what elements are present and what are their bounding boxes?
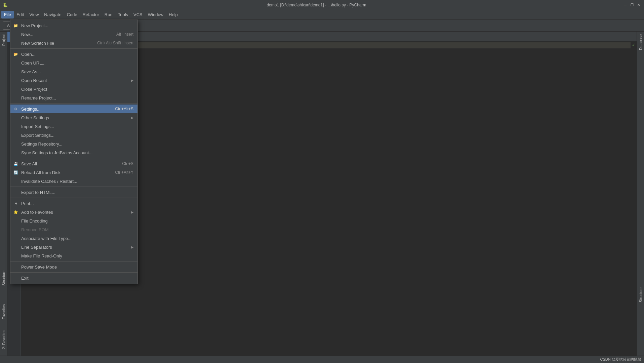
file-type-icon [13, 236, 18, 241]
print-icon: 🖨 [13, 201, 18, 206]
close-button[interactable]: ✕ [636, 2, 641, 8]
menu-entry-settings[interactable]: ⚙ Settings... Ctrl+Alt+S [10, 105, 137, 113]
menu-entry-new[interactable]: New... Alt+Insert [10, 30, 137, 39]
exit-icon [13, 275, 18, 281]
menu-entry-export-settings[interactable]: Export Settings... [10, 131, 137, 139]
menu-bar: File Edit View Navigate Code Refactor Ru… [0, 10, 644, 19]
open-icon: 📂 [13, 51, 18, 57]
separator-7 [10, 272, 137, 273]
other-settings-arrow: ▶ [131, 116, 133, 120]
menu-item-view[interactable]: View [27, 11, 41, 18]
title-bar-controls: ─ ❐ ✕ [622, 2, 641, 8]
menu-entry-other-settings[interactable]: Other Settings ▶ [10, 113, 137, 122]
status-right-text: CSDN @爱吃菠菜的鼠鼠 [600, 357, 641, 362]
menu-entry-new-project[interactable]: 📁 New Project... [10, 21, 137, 30]
encoding-icon [13, 218, 18, 224]
menu-entry-remove-bom: Remove BOM [10, 225, 137, 234]
line-separators-arrow: ▶ [131, 245, 133, 249]
status-bar: CSDN @爱吃菠菜的鼠鼠 [0, 356, 644, 363]
export-html-icon [13, 190, 18, 195]
repo-icon [13, 141, 18, 147]
right-sidebar-structure[interactable]: Structure [638, 285, 644, 305]
menu-item-file[interactable]: File [1, 11, 14, 18]
sidebar-item-structure[interactable]: Structure [1, 268, 7, 288]
sidebar-item-project[interactable]: Project [1, 32, 7, 48]
sidebar-item-favorites-2[interactable]: 2: Favorites [2, 330, 6, 349]
menu-entry-settings-repo[interactable]: Settings Repository... [10, 139, 137, 148]
menu-entry-associate-file-type[interactable]: Associate with File Type... [10, 234, 137, 243]
restore-button[interactable]: ❐ [629, 2, 635, 8]
read-only-icon [13, 253, 18, 258]
scratch-icon [13, 40, 18, 46]
sidebar-item-favorites[interactable]: Favorites [1, 301, 7, 322]
sync-icon [13, 150, 18, 155]
settings-menu-icon: ⚙ [13, 106, 18, 112]
menu-item-edit[interactable]: Edit [14, 11, 27, 18]
title-bar-title: demo1 [D:\demo\shixun\demo1] - ...\hello… [10, 3, 622, 7]
menu-entry-import-settings[interactable]: Import Settings... [10, 122, 137, 131]
separator-6 [10, 261, 137, 261]
right-sidebar-database[interactable]: Database [638, 32, 644, 53]
menu-item-run[interactable]: Run [102, 11, 115, 18]
separator-2 [10, 103, 137, 104]
menu-entry-save-all[interactable]: 💾 Save All Ctrl+S [10, 159, 137, 168]
separator-4 [10, 187, 137, 187]
favorites-icon: ⭐ [13, 209, 18, 215]
right-sidebar: Database Structure [637, 32, 644, 356]
menu-entry-add-favorites[interactable]: ⭐ Add to Favorites ▶ [10, 208, 137, 216]
menu-item-refactor[interactable]: Refactor [80, 11, 102, 18]
menu-entry-line-separators[interactable]: Line Separators ▶ [10, 243, 137, 251]
open-recent-icon [13, 78, 18, 83]
title-bar: 🐍 demo1 [D:\demo\shixun\demo1] - ...\hel… [0, 0, 644, 10]
minimize-button[interactable]: ─ [622, 2, 628, 8]
menu-item-vcs[interactable]: VCS [131, 11, 145, 18]
file-dropdown-menu: 📁 New Project... New... Alt+Insert New S… [10, 19, 138, 284]
separator-5 [10, 198, 137, 198]
menu-item-window[interactable]: Window [145, 11, 166, 18]
other-settings-icon [13, 115, 18, 120]
save-all-icon: 💾 [13, 161, 18, 166]
menu-entry-open-url[interactable]: Open URL... [10, 58, 137, 67]
menu-entry-print[interactable]: 🖨 Print... [10, 199, 137, 208]
power-save-icon [13, 264, 18, 270]
save-as-icon [13, 69, 18, 74]
menu-entry-power-save[interactable]: Power Save Mode [10, 263, 137, 271]
menu-item-tools[interactable]: Tools [115, 11, 131, 18]
left-sidebar: Project Structure Favorites 2: Favorites [0, 32, 7, 356]
menu-entry-new-scratch[interactable]: New Scratch File Ctrl+Alt+Shift+Insert [10, 39, 137, 47]
menu-entry-rename-project[interactable]: Rename Project... [10, 93, 137, 102]
line-sep-icon [13, 244, 18, 250]
reload-icon: 🔄 [13, 170, 18, 175]
import-icon [13, 124, 18, 129]
export-icon [13, 132, 18, 138]
menu-entry-close-project[interactable]: Close Project [10, 85, 137, 93]
add-favorites-arrow: ▶ [131, 210, 133, 214]
menu-item-help[interactable]: Help [166, 11, 180, 18]
open-url-icon [13, 60, 18, 66]
menu-entry-export-html[interactable]: Export to HTML... [10, 188, 137, 197]
bom-icon [13, 227, 18, 232]
invalidate-icon [13, 178, 18, 184]
new-project-icon: 📁 [13, 23, 18, 28]
menu-entry-save-as[interactable]: Save As... [10, 67, 137, 76]
menu-item-code[interactable]: Code [64, 11, 80, 18]
rename-icon [13, 95, 18, 100]
menu-entry-invalidate-caches[interactable]: Invalidate Caches / Restart... [10, 177, 137, 186]
menu-entry-make-read-only[interactable]: Make File Read-Only [10, 251, 137, 260]
menu-entry-exit[interactable]: Exit [10, 274, 137, 282]
menu-entry-reload-disk[interactable]: 🔄 Reload All from Disk Ctrl+Alt+Y [10, 168, 137, 177]
menu-entry-open[interactable]: 📂 Open... [10, 50, 137, 58]
title-bar-left: 🐍 [3, 3, 10, 7]
close-project-icon [13, 86, 18, 92]
menu-entry-open-recent[interactable]: Open Recent ▶ [10, 76, 137, 85]
new-icon [13, 32, 18, 37]
separator-1 [10, 48, 137, 49]
app-icon: 🐍 [3, 3, 8, 7]
right-gutter: ✓ [632, 42, 637, 356]
menu-entry-file-encoding[interactable]: File Encoding [10, 216, 137, 225]
menu-entry-sync-settings[interactable]: Sync Settings to JetBrains Account... [10, 148, 137, 157]
menu-item-navigate[interactable]: Navigate [41, 11, 64, 18]
separator-3 [10, 158, 137, 158]
open-recent-arrow: ▶ [131, 78, 133, 83]
checkmark-indicator: ✓ [632, 42, 636, 47]
